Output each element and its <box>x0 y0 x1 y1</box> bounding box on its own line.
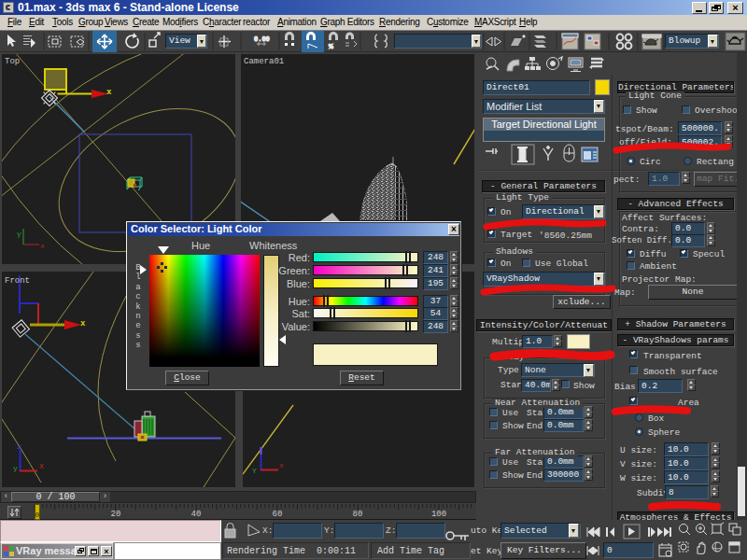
svg-text:z: z <box>17 442 21 451</box>
svg-text:x: x <box>40 242 45 250</box>
svg-text:y: y <box>13 464 18 472</box>
svg-text:X: X <box>39 462 44 470</box>
svg-text:Front: Front <box>5 276 30 286</box>
svg-text:x: x <box>106 88 112 97</box>
svg-text:x: x <box>279 461 284 469</box>
svg-text:%: % <box>329 42 333 50</box>
svg-text:Camera01: Camera01 <box>244 57 284 66</box>
svg-text:y: y <box>17 230 21 238</box>
svg-text:x: x <box>80 319 86 329</box>
svg-text:Y: Y <box>252 467 257 475</box>
svg-text:Top: Top <box>5 57 20 66</box>
svg-text:0.00: 0.00 <box>254 35 270 43</box>
